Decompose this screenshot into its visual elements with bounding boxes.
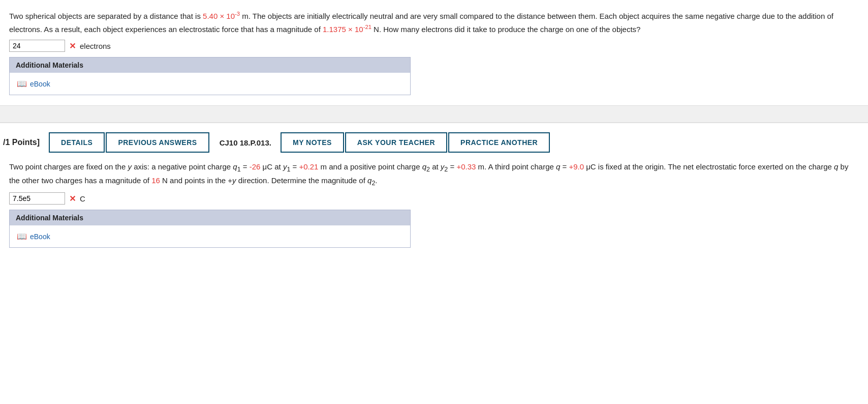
p2-q2: q xyxy=(422,162,426,171)
p2-text15: . xyxy=(375,176,377,185)
p2-y1-val: +0.21 xyxy=(299,162,318,171)
my-notes-button[interactable]: MY NOTES xyxy=(281,132,344,153)
ebook-label-2: eBook xyxy=(30,233,50,241)
ebook-link-2[interactable]: 📖 eBook xyxy=(17,232,403,241)
problem-2-answer-row: ✕ C xyxy=(9,192,859,205)
additional-materials-1: Additional Materials 📖 eBook xyxy=(9,57,411,95)
problem1-text-before: Two spherical objects are separated by a… xyxy=(9,12,203,20)
additional-materials-2-header: Additional Materials xyxy=(10,210,410,225)
problem-1-text: Two spherical objects are separated by a… xyxy=(9,9,859,36)
problem-2-section: Two point charges are fixed on the y axi… xyxy=(0,153,868,258)
additional-materials-1-header: Additional Materials xyxy=(10,57,410,73)
p2-text5: = xyxy=(290,162,299,171)
p2-q1: q xyxy=(233,162,237,171)
p2-axis: y xyxy=(128,162,132,171)
points-label: /1 Points] xyxy=(0,138,49,147)
book-icon-2: 📖 xyxy=(17,232,27,241)
p2-text9: m. A third point charge xyxy=(476,162,556,171)
p2-q1-sub: 1 xyxy=(237,166,241,173)
additional-materials-2: Additional Materials 📖 eBook xyxy=(9,210,411,248)
p2-q-val: +9.0 xyxy=(569,162,584,171)
p2-q1-val: -26 xyxy=(250,162,261,171)
ask-teacher-button[interactable]: ASK YOUR TEACHER xyxy=(345,132,447,153)
problem-2-wrong-icon: ✕ xyxy=(69,194,76,204)
problem-1-wrong-icon: ✕ xyxy=(69,41,76,51)
ebook-label-1: eBook xyxy=(30,80,50,88)
p2-text6: m and a positive point charge xyxy=(318,162,422,171)
problem1-force-value: 1.1375 xyxy=(323,25,346,34)
additional-materials-1-body: 📖 eBook xyxy=(10,73,410,95)
p2-y2-val: +0.33 xyxy=(456,162,476,171)
ebook-link-1[interactable]: 📖 eBook xyxy=(17,79,403,89)
problem1-distance-exp: -3 xyxy=(235,11,240,17)
p2-text11: μC is fixed at the origin. The net elect… xyxy=(584,162,834,171)
additional-materials-2-body: 📖 eBook xyxy=(10,225,410,247)
problem-1-answer-row: ✕ electrons xyxy=(9,40,859,52)
details-button[interactable]: DETAILS xyxy=(49,132,105,153)
problem-id: CJ10 18.P.013. xyxy=(210,138,281,147)
previous-answers-button[interactable]: PREVIOUS ANSWERS xyxy=(106,132,209,153)
problem1-text-mid2: N. How many electrons did it take to pro… xyxy=(371,25,640,34)
p2-q2-sub: 2 xyxy=(426,166,430,173)
practice-another-button[interactable]: PRACTICE ANOTHER xyxy=(448,132,550,153)
problem-2-text: Two point charges are fixed on the y axi… xyxy=(9,161,859,188)
spacer xyxy=(0,106,868,122)
p2-text14: direction. Determine the magnitude of xyxy=(236,176,367,185)
problem-2-answer-input[interactable] xyxy=(9,192,65,205)
p2-text7: at xyxy=(430,162,441,171)
problem-1-section: Two spherical objects are separated by a… xyxy=(0,0,868,106)
p2-text1: Two point charges are fixed on the xyxy=(9,162,128,171)
problem1-force-exp: -21 xyxy=(363,24,371,30)
p2-force-val: 16 xyxy=(151,176,160,185)
book-icon-1: 📖 xyxy=(17,79,27,89)
problem-2-unit: C xyxy=(80,194,85,203)
p2-text8: = xyxy=(448,162,456,171)
problem-1-unit: electrons xyxy=(80,42,111,50)
problem-1-answer-input[interactable] xyxy=(9,40,65,52)
problem1-force-x: × 10 xyxy=(346,25,363,34)
p2-text3: = xyxy=(241,162,250,171)
problem1-distance-value: 5.40 xyxy=(203,12,218,20)
problem1-distance-x: × 10 xyxy=(218,12,235,20)
p2-y-dir: y xyxy=(232,176,236,185)
p2-text4: μC at xyxy=(260,162,283,171)
p2-text10: = xyxy=(560,162,569,171)
toolbar-row: /1 Points] DETAILS PREVIOUS ANSWERS CJ10… xyxy=(0,122,868,153)
p2-text13: N and points in the + xyxy=(160,176,232,185)
p2-text2: axis: a negative point charge xyxy=(132,162,233,171)
